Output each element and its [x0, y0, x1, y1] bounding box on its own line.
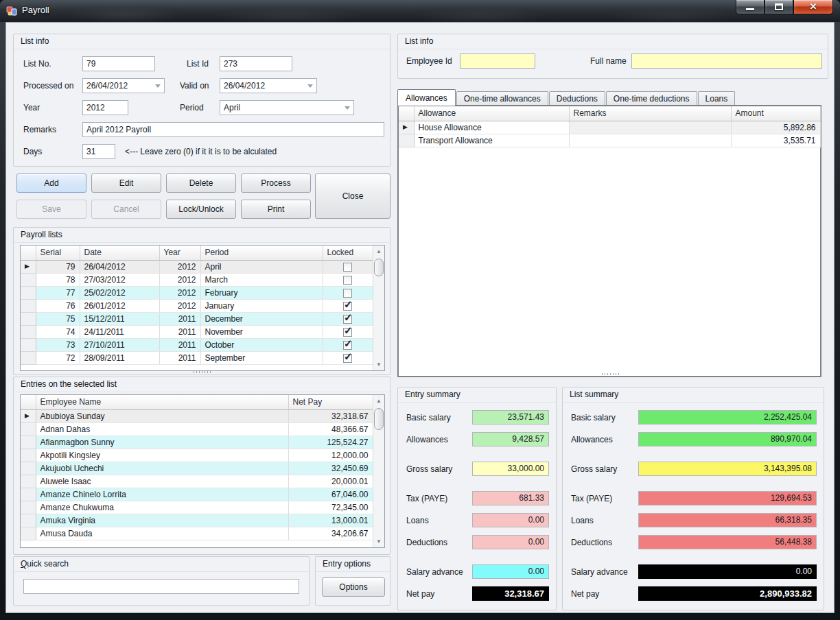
scrollbar-thumb[interactable] [374, 408, 384, 430]
tab[interactable]: One-time allowances [456, 91, 548, 106]
processed-on-datepicker[interactable]: 26/04/2012 [82, 78, 165, 93]
locked-checkbox[interactable] [343, 341, 352, 350]
entry-row[interactable]: Akpotili Kingsley 12,000.00 [21, 449, 373, 462]
summary-row: Tax (PAYE) 681.33 [406, 491, 549, 505]
tab[interactable]: Loans [698, 91, 736, 106]
days-label: Days [23, 144, 42, 159]
entry-row[interactable]: Amuka Virginia 13,000.01 [21, 514, 373, 527]
entry-row[interactable]: Amusa Dauda 34,206.67 [21, 527, 373, 540]
splitter-handle[interactable] [194, 371, 211, 373]
summary-value: 0.00 [472, 564, 549, 579]
col-amount[interactable]: Amount [731, 106, 820, 121]
summary-value: 33,000.00 [472, 462, 549, 476]
cell-net-pay: 32,450.69 [288, 462, 373, 475]
allowance-row[interactable]: House Allowance 5,892.86 [399, 121, 820, 134]
col-allowance[interactable]: Allowance [414, 106, 569, 121]
quick-search-input[interactable] [23, 579, 299, 594]
col-year[interactable]: Year [159, 246, 200, 260]
lock-unlock-button[interactable]: Lock/Unlock [166, 200, 236, 219]
scroll-up-arrow-icon[interactable]: ▲ [373, 395, 384, 407]
cell-serial: 77 [36, 286, 80, 299]
vertical-scrollbar[interactable]: ▲ ▼ [373, 246, 384, 370]
full-name-input[interactable] [631, 53, 822, 69]
summary-value: 0.00 [472, 513, 549, 527]
cell-net-pay: 72,345.00 [288, 501, 373, 514]
row-header-cell [21, 436, 36, 449]
entry-row[interactable]: Aluwele Isaac 20,000.01 [21, 475, 373, 488]
row-header-cell [21, 246, 36, 260]
entry-row[interactable]: Abubioya Sunday 32,318.67 [21, 409, 373, 422]
locked-checkbox[interactable] [343, 263, 352, 272]
payroll-list-row[interactable]: 75 15/12/2011 2011 December [21, 312, 373, 325]
period-dropdown[interactable]: April [220, 100, 354, 115]
cell-allowance: House Allowance [414, 121, 569, 134]
add-button[interactable]: Add [16, 174, 86, 193]
tab[interactable]: Deductions [549, 91, 605, 106]
process-button[interactable]: Process [241, 174, 311, 193]
entry-row[interactable]: Amanze Chinelo Lorrita 67,046.00 [21, 488, 373, 501]
vertical-scrollbar[interactable]: ▲ ▼ [373, 395, 384, 547]
year-input[interactable] [82, 100, 128, 115]
edit-button[interactable]: Edit [91, 174, 161, 193]
summary-value: 2,252,425.04 [638, 410, 817, 425]
list-id-input[interactable] [220, 56, 292, 71]
locked-checkbox[interactable] [343, 315, 352, 324]
summary-label: Tax (PAYE) [406, 494, 472, 503]
entry-row[interactable]: Amanze Chukwuma 72,345.00 [21, 501, 373, 514]
locked-checkbox[interactable] [343, 354, 352, 363]
summary-label: Loans [571, 516, 638, 525]
allowance-row[interactable]: Transport Allowance 3,535.71 [399, 134, 820, 147]
col-period[interactable]: Period [200, 246, 323, 260]
list-no-input[interactable] [82, 56, 155, 71]
col-remarks[interactable]: Remarks [569, 106, 731, 121]
payroll-list-row[interactable]: 79 26/04/2012 2012 April [21, 260, 373, 273]
cell-net-pay: 32,318.67 [288, 409, 373, 422]
col-date[interactable]: Date [80, 246, 159, 260]
cell-employee-name: Afianmagbon Sunny [36, 436, 288, 449]
valid-on-datepicker[interactable]: 26/04/2012 [220, 78, 317, 93]
locked-checkbox[interactable] [343, 328, 352, 337]
locked-checkbox[interactable] [343, 276, 352, 285]
cell-amount: 3,535.71 [731, 134, 820, 147]
grid-header-row: Employee Name Net Pay [21, 395, 373, 409]
tab[interactable]: Allowances [397, 89, 456, 106]
tab[interactable]: One-time deductions [606, 91, 697, 106]
payroll-list-row[interactable]: 78 27/03/2012 2012 March [21, 273, 373, 286]
scroll-up-arrow-icon[interactable]: ▲ [373, 246, 384, 257]
scrollbar-thumb[interactable] [374, 259, 384, 276]
splitter-handle[interactable] [602, 373, 620, 375]
close-window-button[interactable]: ✕ [793, 0, 833, 14]
payroll-list-row[interactable]: 73 27/10/2011 2011 October [21, 338, 373, 351]
cell-serial: 74 [36, 325, 80, 338]
scroll-down-arrow-icon[interactable]: ▼ [373, 536, 384, 547]
print-button[interactable]: Print [241, 200, 311, 219]
entry-row[interactable]: Akujuobi Uchechi 32,450.69 [21, 462, 373, 475]
save-button[interactable]: Save [16, 200, 86, 219]
entry-row[interactable]: Afianmagbon Sunny 125,524.27 [21, 436, 373, 449]
row-header-cell [21, 286, 36, 299]
delete-button[interactable]: Delete [166, 174, 236, 193]
scroll-down-arrow-icon[interactable]: ▼ [373, 359, 384, 370]
payroll-list-row[interactable]: 72 28/09/2011 2011 September [21, 351, 373, 364]
payroll-list-row[interactable]: 76 26/01/2012 2012 January [21, 299, 373, 312]
options-button[interactable]: Options [322, 577, 385, 597]
close-button[interactable]: Close [315, 174, 390, 219]
locked-checkbox[interactable] [343, 302, 352, 311]
col-serial[interactable]: Serial [36, 246, 80, 260]
minimize-button[interactable] [736, 0, 765, 14]
locked-checkbox[interactable] [343, 289, 352, 298]
remarks-input[interactable] [82, 122, 384, 137]
entry-row[interactable]: Adnan Dahas 48,366.67 [21, 422, 373, 436]
title-bar[interactable]: Payroll ✕ [0, 0, 840, 22]
summary-row: Deductions 56,448.38 [571, 535, 817, 549]
cell-locked [323, 312, 373, 325]
payroll-list-row[interactable]: 77 25/02/2012 2012 February [21, 286, 373, 299]
col-employee-name[interactable]: Employee Name [36, 395, 288, 409]
cancel-button[interactable]: Cancel [91, 200, 161, 219]
days-input[interactable] [82, 144, 115, 159]
payroll-list-row[interactable]: 74 24/11/2011 2011 November [21, 325, 373, 338]
col-locked[interactable]: Locked [323, 246, 373, 260]
maximize-button[interactable] [765, 0, 793, 14]
employee-id-input[interactable] [460, 53, 535, 69]
col-net-pay[interactable]: Net Pay [288, 395, 373, 409]
